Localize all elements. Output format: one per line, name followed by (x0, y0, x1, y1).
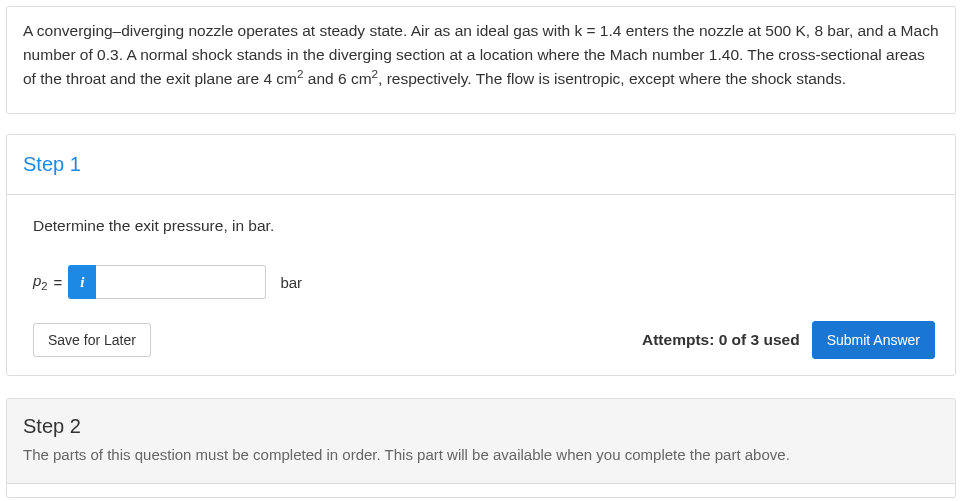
submit-group: Attempts: 0 of 3 used Submit Answer (642, 321, 935, 359)
step2-title: Step 2 (23, 415, 939, 438)
answer-input[interactable] (96, 265, 266, 299)
problem-statement-panel: A converging–diverging nozzle operates a… (6, 6, 956, 114)
save-for-later-button[interactable]: Save for Later (33, 323, 151, 357)
info-icon[interactable]: i (68, 265, 96, 299)
action-row: Save for Later Attempts: 0 of 3 used Sub… (33, 321, 935, 359)
problem-text: A converging–diverging nozzle operates a… (7, 7, 955, 113)
step1-title: Step 1 (7, 135, 955, 195)
step1-panel: Step 1 Determine the exit pressure, in b… (6, 134, 956, 376)
submit-answer-button[interactable]: Submit Answer (812, 321, 935, 359)
step2-panel: Step 2 The parts of this question must b… (6, 398, 956, 498)
step2-message: The parts of this question must be compl… (23, 446, 939, 473)
attempts-text: Attempts: 0 of 3 used (642, 331, 800, 349)
variable-label: p2 (33, 272, 48, 292)
step1-instruction: Determine the exit pressure, in bar. (33, 217, 935, 235)
equals-sign: = (54, 274, 63, 291)
step1-body: Determine the exit pressure, in bar. p2 … (7, 195, 955, 375)
answer-input-row: p2 = i bar (33, 265, 935, 299)
unit-label: bar (280, 274, 302, 291)
step2-footer (7, 483, 955, 497)
